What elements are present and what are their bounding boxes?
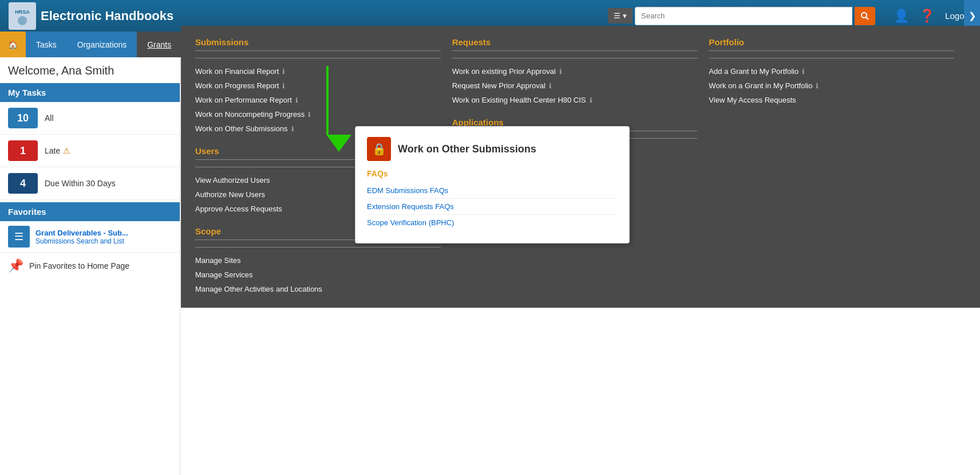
search-area: ☰ ▾ bbox=[608, 7, 875, 25]
dd-new-prior[interactable]: Request New Prior Approval ℹ bbox=[452, 78, 698, 93]
svg-line-4 bbox=[866, 17, 868, 19]
arrow-head bbox=[326, 135, 351, 152]
dd-progress-report[interactable]: Work on Progress Report ℹ bbox=[195, 78, 441, 93]
dd-financial-report[interactable]: Work on Financial Report ℹ bbox=[195, 64, 441, 78]
tooltip-faqs-label: FAQs bbox=[367, 169, 618, 178]
task-due[interactable]: 4 Due Within 30 Days bbox=[0, 167, 180, 200]
task-all-badge: 10 bbox=[8, 108, 38, 128]
dd-noncompeting[interactable]: Work on Noncompeting Progress ℹ bbox=[195, 107, 441, 121]
welcome-text: Welcome, Ana Smith bbox=[0, 57, 180, 83]
task-late-label: Late ⚠ bbox=[45, 146, 70, 155]
svg-text:HRSA: HRSA bbox=[15, 9, 30, 15]
dd-requests-header: Requests bbox=[452, 37, 698, 51]
dd-h80-cis[interactable]: Work on Existing Health Center H80 CIS ℹ bbox=[452, 93, 698, 107]
my-tasks-header: My Tasks bbox=[0, 83, 180, 102]
tooltip-popup: 🔒 Work on Other Submissions FAQs EDM Sub… bbox=[355, 126, 630, 244]
tooltip-scope-verify[interactable]: Scope Verification (BPHC) bbox=[367, 215, 618, 230]
info-icon[interactable]: ℹ bbox=[308, 111, 311, 119]
search-input[interactable] bbox=[635, 7, 852, 25]
task-all-label: All bbox=[45, 113, 54, 123]
info-icon[interactable]: ℹ bbox=[802, 68, 805, 76]
info-icon[interactable]: ℹ bbox=[549, 82, 552, 90]
tooltip-edm-faqs[interactable]: EDM Submissions FAQs bbox=[367, 183, 618, 199]
tooltip-title: Work on Other Submissions bbox=[398, 143, 536, 155]
info-icon[interactable]: ℹ bbox=[295, 96, 298, 104]
task-late-badge: 1 bbox=[8, 140, 38, 161]
nav-tasks[interactable]: Tasks bbox=[26, 32, 67, 57]
user-icon-button[interactable]: 👤 bbox=[894, 9, 909, 23]
fav-item-grant-deliverables[interactable]: ☰ Grant Deliverables - Sub... Submission… bbox=[0, 221, 180, 253]
nav-grants[interactable]: Grants bbox=[137, 32, 181, 57]
task-late[interactable]: 1 Late ⚠ bbox=[0, 135, 180, 167]
fav-main-label: Grant Deliverables - Sub... bbox=[35, 229, 128, 237]
hrsa-logo: HRSA bbox=[9, 2, 36, 30]
help-icon-button[interactable]: ❓ bbox=[919, 9, 935, 23]
nav-organizations[interactable]: Organizations bbox=[67, 32, 137, 57]
info-icon[interactable]: ℹ bbox=[590, 96, 592, 104]
svg-point-2 bbox=[18, 16, 27, 25]
dd-manage-sites[interactable]: Manage Sites bbox=[195, 253, 441, 268]
svg-point-3 bbox=[862, 13, 867, 18]
task-due-label: Due Within 30 Days bbox=[45, 179, 116, 188]
search-button[interactable] bbox=[855, 7, 875, 25]
task-due-badge: 4 bbox=[8, 173, 38, 194]
arrow-line bbox=[326, 66, 329, 135]
fav-sub-label: Submissions Search and List bbox=[35, 237, 128, 245]
pin-icon: 📌 bbox=[8, 258, 23, 273]
info-icon[interactable]: ℹ bbox=[559, 68, 562, 76]
dd-work-on-grant[interactable]: Work on a Grant in My Portfolio ℹ bbox=[709, 78, 954, 93]
dd-manage-other[interactable]: Manage Other Activities and Locations bbox=[195, 282, 441, 296]
dd-view-access-requests[interactable]: View My Access Requests bbox=[709, 93, 954, 107]
menu-button[interactable]: ☰ ▾ bbox=[608, 8, 633, 23]
warn-icon: ⚠ bbox=[63, 146, 70, 155]
pin-label: Pin Favorites to Home Page bbox=[29, 261, 129, 270]
info-icon[interactable]: ℹ bbox=[282, 82, 285, 90]
dd-portfolio-col: Portfolio Add a Grant to My Portfolio ℹ … bbox=[709, 37, 966, 296]
logo-area: HRSA Electronic Handbooks bbox=[9, 2, 173, 30]
tooltip-header: 🔒 Work on Other Submissions bbox=[367, 137, 618, 161]
info-icon[interactable]: ℹ bbox=[291, 125, 294, 133]
dd-add-grant[interactable]: Add a Grant to My Portfolio ℹ bbox=[709, 64, 954, 78]
fav-text: Grant Deliverables - Sub... Submissions … bbox=[35, 229, 128, 245]
task-all[interactable]: 10 All bbox=[0, 102, 180, 135]
info-icon[interactable]: ℹ bbox=[816, 82, 819, 90]
info-icon[interactable]: ℹ bbox=[282, 68, 285, 76]
fav-icon: ☰ bbox=[8, 226, 30, 248]
app-title: Electronic Handbooks bbox=[41, 9, 173, 23]
dd-existing-prior[interactable]: Work on existing Prior Approval ℹ bbox=[452, 64, 698, 78]
dd-portfolio-header: Portfolio bbox=[709, 37, 954, 51]
tooltip-extension-faqs[interactable]: Extension Requests FAQs bbox=[367, 199, 618, 215]
sidebar: Welcome, Ana Smith My Tasks 10 All 1 Lat… bbox=[0, 57, 180, 475]
favorites-header: Favorites bbox=[0, 202, 180, 221]
nav-home[interactable]: 🏠 bbox=[0, 32, 26, 57]
tooltip-icon: 🔒 bbox=[367, 137, 391, 161]
pin-favorites-row[interactable]: 📌 Pin Favorites to Home Page bbox=[0, 253, 180, 279]
dd-performance-report[interactable]: Work on Performance Report ℹ bbox=[195, 93, 441, 107]
dd-submissions-header: Submissions bbox=[195, 37, 441, 51]
main-layout: Welcome, Ana Smith My Tasks 10 All 1 Lat… bbox=[0, 57, 980, 475]
dd-manage-services[interactable]: Manage Services bbox=[195, 268, 441, 282]
header-right: 👤 ❓ Logout bbox=[894, 9, 971, 23]
